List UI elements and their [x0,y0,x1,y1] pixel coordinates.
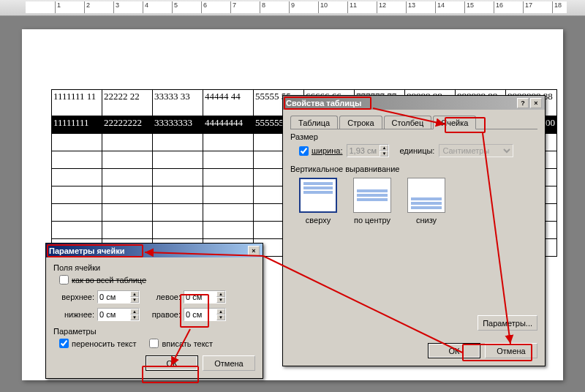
table-cell[interactable] [203,222,254,239]
tab-Столбец[interactable]: Столбец [384,116,432,129]
ruler-mark: 12 [377,1,386,13]
cellopts-ok-button[interactable]: ОК [146,355,198,371]
table-header-cell[interactable]: 44444 44 [203,90,254,116]
valign-center[interactable]: по центру [353,178,391,225]
ruler-bar: 123456789101112131415161718 [0,0,585,16]
left-margin-spinner[interactable]: ▲▼ [184,290,226,304]
table-cell[interactable] [153,222,203,239]
tab-Строка[interactable]: Строка [339,116,382,129]
tab-Таблица[interactable]: Таблица [290,116,338,129]
fit-text-checkbox[interactable]: вписать текст [149,339,213,348]
table-selected-cell[interactable]: 33333333 [153,116,203,134]
ruler-mark: 6 [201,1,207,13]
table-properties-title: Свойства таблицы [286,99,361,108]
table-cell[interactable] [203,169,254,186]
units-label: единицы: [399,146,434,155]
width-spinner: ▲▼ [347,144,389,157]
valign-caption: снизу [407,216,445,225]
ruler-mark: 18 [552,1,562,13]
table-header-cell[interactable]: 22222 22 [102,90,153,116]
valign-caption: сверху [299,216,337,225]
ruler-mark: 15 [464,1,474,13]
cell-params-button[interactable]: Параметры... [478,315,537,331]
table-cell[interactable] [52,186,102,204]
right-margin-spinner[interactable]: ▲▼ [184,308,226,321]
table-selected-cell[interactable]: 44444444 [203,116,254,134]
ruler-mark: 16 [494,1,503,13]
top-margin-spinner[interactable]: ▲▼ [97,290,140,304]
valign-buttons: сверхупо центруснизу [290,178,537,225]
options-group-label: Параметры [53,327,255,336]
left-margin-label: левое: [150,293,181,301]
cellopts-cancel-button[interactable]: Отмена [203,355,255,371]
valign-caption: по центру [353,216,391,225]
tab-cell-panel: Размер ширина: ▲▼ единицы: Сантиметры Ве… [290,132,537,337]
cell-options-titlebar[interactable]: Параметры ячейки × [46,244,263,257]
valign-icon [407,178,445,213]
table-cell[interactable] [102,169,153,186]
table-cell[interactable] [52,134,102,151]
help-button[interactable]: ? [517,98,529,108]
table-selected-cell[interactable]: 11111111 [52,116,102,134]
cell-options-title: Параметры ячейки [49,246,124,255]
ruler-mark: 7 [230,1,236,13]
top-margin-label: верхнее: [59,293,94,301]
table-cell[interactable] [153,151,203,169]
ruler-mark: 4 [143,1,148,13]
ruler-mark: 17 [523,1,532,13]
size-group-label: Размер [290,132,537,141]
ruler-mark: 3 [113,1,119,13]
close-button[interactable]: × [530,98,542,108]
table-cell[interactable] [203,134,254,151]
table-cell[interactable] [153,169,203,186]
bottom-margin-label: нижнее: [59,310,94,319]
ruler-mark: 14 [435,1,445,13]
ruler-mark: 1 [55,1,61,13]
width-checkbox[interactable]: ширина: [299,146,342,156]
tab-Ячейка[interactable]: Ячейка [433,116,476,129]
tabs: ТаблицаСтрокаСтолбецЯчейка [290,116,537,129]
units-select: Сантиметры [439,144,513,157]
table-cell[interactable] [203,204,254,222]
table-properties-titlebar[interactable]: Свойства таблицы ? × [283,96,545,110]
bottom-margin-spinner[interactable]: ▲▼ [97,308,140,321]
right-margin-label: правое: [150,310,181,319]
table-cell[interactable] [52,151,102,169]
table-cell[interactable] [153,186,203,204]
table-cell[interactable] [102,134,153,151]
table-properties-dialog: Свойства таблицы ? × ТаблицаСтрокаСтолбе… [282,95,546,366]
same-as-table-checkbox[interactable]: как во всей таблице [59,275,146,284]
ruler: 123456789101112131415161718 [26,1,567,13]
cellopts-close-button[interactable]: × [248,246,260,256]
table-cell[interactable] [203,186,254,204]
table-cell[interactable] [102,222,153,239]
table-header-cell[interactable]: 33333 33 [153,90,203,116]
margins-group-label: Поля ячейки [53,263,255,272]
cell-options-dialog: Параметры ячейки × Поля ячейки как во вс… [45,243,263,379]
props-ok-button[interactable]: ОК [428,343,480,358]
ruler-mark: 13 [406,1,415,13]
valign-icon [353,178,391,213]
valign-top[interactable]: сверху [299,178,337,225]
table-cell[interactable] [102,151,153,169]
table-cell[interactable] [52,169,102,186]
ruler-mark: 8 [260,1,265,13]
ruler-mark: 10 [318,1,328,13]
table-cell[interactable] [102,204,153,222]
props-cancel-button[interactable]: Отмена [485,343,537,358]
table-cell[interactable] [52,204,102,222]
table-cell[interactable] [102,186,153,204]
ruler-mark: 11 [347,1,357,13]
valign-icon [299,178,337,213]
ruler-mark: 2 [84,1,90,13]
table-header-cell[interactable]: 1111111 11 [52,90,102,116]
table-cell[interactable] [52,222,102,239]
table-cell[interactable] [153,134,203,151]
wrap-text-checkbox[interactable]: переносить текст [59,339,136,348]
ruler-mark: 9 [289,1,295,13]
ruler-mark: 5 [172,1,178,13]
table-selected-cell[interactable]: 22222222 [102,116,153,134]
table-cell[interactable] [153,204,203,222]
table-cell[interactable] [203,151,254,169]
valign-bottom[interactable]: снизу [407,178,445,225]
